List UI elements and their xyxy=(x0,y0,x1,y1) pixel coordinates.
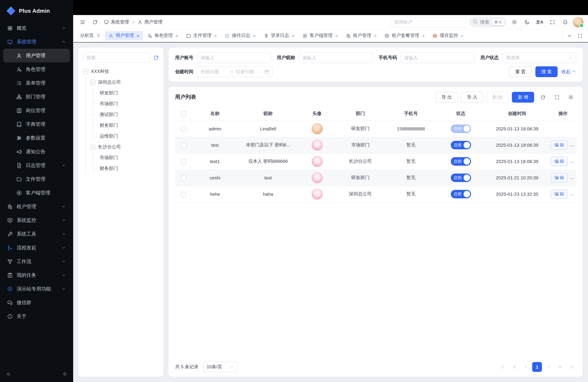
tab-4[interactable]: 操作日志× xyxy=(221,31,260,40)
tab-8[interactable]: 租户套餐管理× xyxy=(381,31,428,40)
tree-collapse-toggle[interactable] xyxy=(90,80,95,85)
edit-button[interactable]: 编 辑 xyxy=(551,173,567,182)
table-refresh-button[interactable] xyxy=(537,92,548,103)
sidebar-item-user-sub[interactable]: 用户管理 xyxy=(3,49,70,63)
filter-input-1[interactable] xyxy=(302,55,369,60)
sidebar-item-monitor[interactable]: 系统管理 xyxy=(3,35,70,49)
tree-node[interactable]: 财务部门 xyxy=(97,120,159,131)
menu-toggle-button[interactable] xyxy=(78,17,87,27)
tab-0[interactable]: 分析页 xyxy=(76,31,104,40)
sidebar-item-file-sub[interactable]: 文件管理 xyxy=(3,172,70,186)
tab-9[interactable]: 缓存监控× xyxy=(429,31,467,40)
tenant-select[interactable]: 选择租户 xyxy=(390,17,466,27)
tab-6[interactable]: 客户端管理× xyxy=(299,31,342,40)
close-tab-icon[interactable]: × xyxy=(214,33,217,38)
sidebar-item-badge-sub[interactable]: 岗位管理 xyxy=(3,104,70,117)
tree-node[interactable]: 深圳总公司 xyxy=(90,77,159,87)
close-tab-icon[interactable]: × xyxy=(175,33,178,38)
tree-node[interactable]: 研发部门 xyxy=(97,87,159,98)
status-toggle[interactable]: 启用 xyxy=(451,157,471,166)
sidebar-item-sliders-sub[interactable]: 参数设置 xyxy=(3,131,70,145)
column-header[interactable]: 状态 xyxy=(437,107,484,121)
close-tab-icon[interactable]: × xyxy=(461,33,463,38)
tab-1[interactable]: 用户管理× xyxy=(105,31,143,40)
sidebar-item-demo[interactable]: 演示站专用功能 xyxy=(3,282,70,296)
breadcrumb-item[interactable]: 系统管理 xyxy=(104,19,129,25)
status-toggle[interactable]: 启用 xyxy=(451,125,471,133)
collapse-filters-link[interactable]: 收起 xyxy=(562,69,576,75)
import-button[interactable]: 导 入 xyxy=(461,92,483,103)
column-header[interactable]: 手机号 xyxy=(385,107,437,121)
tree-node[interactable]: XXX科技 xyxy=(83,66,159,77)
language-toggle-button[interactable]: 文A xyxy=(535,17,545,27)
page-chevron-right-button[interactable] xyxy=(544,362,553,372)
tree-node[interactable]: 市场部门 xyxy=(97,98,159,109)
column-header[interactable]: 名称 xyxy=(192,107,238,121)
column-header[interactable]: 昵称 xyxy=(238,107,298,121)
sidebar-item-building[interactable]: 租户管理 xyxy=(3,200,70,213)
row-checkbox[interactable] xyxy=(181,126,186,131)
page-dright-button[interactable] xyxy=(555,362,565,372)
close-tab-icon[interactable]: × xyxy=(137,33,140,38)
notifications-button[interactable] xyxy=(560,17,570,27)
row-checkbox[interactable] xyxy=(181,159,186,164)
tree-node[interactable]: 财务部门 xyxy=(97,163,159,174)
user-avatar[interactable] xyxy=(573,17,583,27)
page-dleft-button[interactable] xyxy=(509,362,519,372)
page-first-button[interactable] xyxy=(498,362,508,372)
page-size-select[interactable]: 10条/页 xyxy=(203,362,238,372)
sidebar-item-task[interactable]: 我的任务 xyxy=(3,268,70,282)
table-settings-button[interactable] xyxy=(566,92,576,103)
search-button[interactable]: 搜 索 xyxy=(535,66,558,77)
sidebar-item-tools[interactable]: 系统工具 xyxy=(3,227,70,241)
delete-selected-button[interactable]: 删 除 xyxy=(486,92,509,103)
tabs-fullscreen-button[interactable] xyxy=(575,31,585,41)
page-refresh-button[interactable] xyxy=(90,17,100,27)
sidebar-item-workflow[interactable]: 工作流 xyxy=(3,255,70,268)
page-number-button[interactable]: 1 xyxy=(532,362,542,372)
close-tab-icon[interactable]: × xyxy=(422,33,425,38)
column-header[interactable]: 部门 xyxy=(336,107,385,121)
row-checkbox[interactable] xyxy=(181,143,186,148)
sidebar-item-flow[interactable]: 流程发起 xyxy=(3,241,70,255)
reset-button[interactable]: 重 置 xyxy=(509,66,531,77)
filter-input-0[interactable] xyxy=(201,55,267,60)
dept-search-input[interactable] xyxy=(86,55,147,60)
select-all-checkbox[interactable] xyxy=(181,111,186,116)
settings-button[interactable] xyxy=(509,17,519,27)
sidebar-item-record-sub[interactable]: 客户端管理 xyxy=(3,186,70,200)
tab-3[interactable]: 文件管理× xyxy=(182,31,221,40)
sidebar-item-grid[interactable]: 概览 xyxy=(3,21,70,35)
sidebar-collapse-button[interactable] xyxy=(6,372,11,378)
close-tab-icon[interactable]: × xyxy=(374,33,377,38)
column-header[interactable]: 操作 xyxy=(550,107,576,121)
status-toggle[interactable]: 启用 xyxy=(451,190,471,198)
tab-5[interactable]: 登录日志× xyxy=(260,31,298,40)
tab-7[interactable]: 租户管理× xyxy=(342,31,380,40)
column-header[interactable]: 创建时间 xyxy=(484,107,550,121)
tree-node[interactable]: 运维部门 xyxy=(97,131,159,142)
add-button[interactable]: 新 增 xyxy=(512,92,534,103)
page-chevron-left-button[interactable] xyxy=(521,362,530,372)
fullscreen-button[interactable] xyxy=(547,17,557,27)
status-toggle[interactable]: 启用 xyxy=(451,141,471,149)
filter-input-2[interactable] xyxy=(404,55,471,60)
global-search[interactable]: 搜索 ⌘ K xyxy=(469,17,506,27)
close-tab-icon[interactable]: × xyxy=(292,33,295,38)
tree-node[interactable]: 长沙分公司 xyxy=(90,142,159,152)
date-range-picker[interactable]: 开始日期 结束日期 xyxy=(197,66,273,77)
sidebar-item-log-sub[interactable]: 日志管理 xyxy=(3,158,70,172)
filter-select-3[interactable]: 请选择 xyxy=(502,52,576,63)
sidebar-item-monitor2[interactable]: 系统监控 xyxy=(3,213,70,227)
edit-button[interactable]: 编 辑 xyxy=(551,157,567,166)
page-last-button[interactable] xyxy=(567,362,576,372)
tree-node[interactable]: 测试部门 xyxy=(97,109,159,120)
tree-refresh-button[interactable] xyxy=(153,55,159,60)
sidebar-pin-button[interactable] xyxy=(63,372,67,378)
table-fullscreen-button[interactable] xyxy=(551,92,562,103)
tree-collapse-toggle[interactable] xyxy=(90,144,95,149)
tab-2[interactable]: 角色管理× xyxy=(144,31,182,40)
breadcrumb-item[interactable]: 用户管理 xyxy=(137,19,163,25)
row-checkbox[interactable] xyxy=(181,192,186,197)
sidebar-item-wechat[interactable]: 微信群 xyxy=(3,296,70,309)
